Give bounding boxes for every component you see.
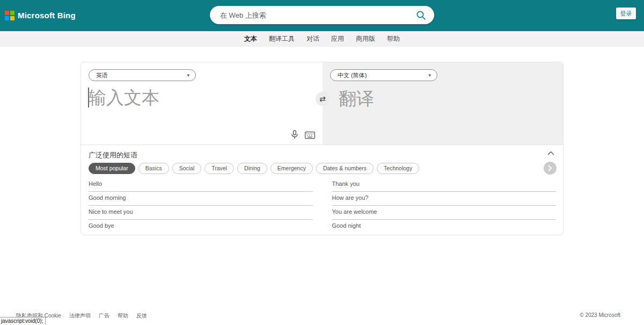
translation-output-placeholder: 翻译 bbox=[339, 87, 374, 111]
category-pill-dining[interactable]: Dining bbox=[237, 163, 267, 174]
web-search-box bbox=[210, 6, 434, 24]
input-tools bbox=[291, 130, 315, 139]
phrasebook-section: 广泛使用的短语 Most popular Basics Social Trave… bbox=[81, 145, 563, 235]
primary-nav: 文本 翻译工具 对话 应用 商用版 帮助 bbox=[0, 31, 644, 47]
phrase-category-row: Most popular Basics Social Travel Dining… bbox=[89, 163, 419, 174]
chevron-down-icon: ▾ bbox=[428, 73, 431, 78]
chevron-up-icon bbox=[547, 151, 554, 155]
phrase-item[interactable]: Good bye bbox=[89, 220, 313, 234]
translation-panels: 英语 ▾ bbox=[81, 62, 563, 145]
footer-bar: 隐私声明和 Cookie 法律声明 广告 帮助 反馈 © 2023 Micros… bbox=[0, 312, 644, 321]
tab-text[interactable]: 文本 bbox=[238, 31, 263, 47]
brand-title[interactable]: Microsoft Bing bbox=[18, 11, 76, 20]
scroll-categories-button[interactable] bbox=[544, 162, 557, 175]
source-text-input[interactable] bbox=[89, 86, 311, 120]
footer-link-legal[interactable]: 法律声明 bbox=[69, 312, 91, 320]
chevron-right-icon bbox=[548, 165, 552, 171]
source-language-dropdown[interactable]: 英语 ▾ bbox=[89, 69, 196, 81]
microphone-icon[interactable] bbox=[291, 130, 298, 139]
browser-status-tooltip: javascript:void(0); bbox=[0, 317, 46, 325]
footer-link-help[interactable]: 帮助 bbox=[118, 312, 128, 320]
category-pill-most-popular[interactable]: Most popular bbox=[89, 163, 135, 174]
logo-square-blue bbox=[5, 16, 9, 20]
footer-link-ads[interactable]: 广告 bbox=[99, 312, 109, 320]
category-pill-dates-numbers[interactable]: Dates & numbers bbox=[316, 163, 374, 174]
collapse-phrasebook-button[interactable] bbox=[547, 151, 554, 155]
category-pill-basics[interactable]: Basics bbox=[138, 163, 169, 174]
source-language-label: 英语 bbox=[96, 71, 108, 80]
phrase-item[interactable]: Good morning bbox=[89, 192, 313, 206]
copyright-text: © 2023 Microsoft bbox=[580, 312, 620, 318]
tab-business[interactable]: 商用版 bbox=[350, 31, 381, 47]
tab-conversation[interactable]: 对话 bbox=[301, 31, 325, 47]
search-icon[interactable] bbox=[416, 10, 426, 20]
microsoft-logo-icon[interactable] bbox=[5, 11, 14, 20]
target-language-label: 中文 (简体) bbox=[338, 71, 367, 80]
header-bar: Microsoft Bing 登录 bbox=[0, 0, 644, 31]
category-pill-travel[interactable]: Travel bbox=[204, 163, 234, 174]
tab-apps[interactable]: 应用 bbox=[325, 31, 350, 47]
phrase-item[interactable]: Hello bbox=[89, 178, 313, 192]
footer-link-feedback[interactable]: 反馈 bbox=[136, 312, 147, 320]
keyboard-icon[interactable] bbox=[305, 132, 315, 139]
logo-square-yellow bbox=[10, 16, 14, 20]
category-pill-emergency[interactable]: Emergency bbox=[270, 163, 313, 174]
logo-square-green bbox=[10, 11, 14, 15]
phrasebook-title: 广泛使用的短语 bbox=[89, 150, 137, 160]
category-pill-technology[interactable]: Technology bbox=[377, 163, 419, 174]
target-language-dropdown[interactable]: 中文 (简体) ▾ bbox=[330, 69, 437, 81]
swap-icon: ⇄ bbox=[319, 95, 326, 103]
sign-in-button[interactable]: 登录 bbox=[616, 8, 636, 19]
swap-languages-button[interactable]: ⇄ bbox=[316, 92, 330, 106]
tab-translation-tools[interactable]: 翻译工具 bbox=[263, 31, 301, 47]
phrase-column-left: Hello Good morning Nice to meet you Good… bbox=[89, 178, 313, 234]
phrase-item[interactable]: Nice to meet you bbox=[89, 206, 313, 220]
translator-card: 英语 ▾ bbox=[80, 62, 564, 235]
phrase-column-right: Thank you How are you? You are welcome G… bbox=[332, 178, 557, 234]
tab-help[interactable]: 帮助 bbox=[381, 31, 406, 47]
phrase-item[interactable]: Good night bbox=[332, 220, 557, 234]
target-panel: 中文 (简体) ▾ 翻译 bbox=[323, 62, 563, 145]
chevron-down-icon: ▾ bbox=[187, 73, 189, 78]
phrase-item[interactable]: You are welcome bbox=[332, 206, 557, 220]
logo-square-red bbox=[5, 11, 9, 15]
search-input[interactable] bbox=[220, 6, 402, 24]
phrase-item[interactable]: How are you? bbox=[332, 192, 557, 206]
source-panel: 英语 ▾ bbox=[81, 62, 323, 145]
phrase-item[interactable]: Thank you bbox=[332, 178, 557, 192]
category-pill-social[interactable]: Social bbox=[172, 163, 202, 174]
phrase-list: Hello Good morning Nice to meet you Good… bbox=[89, 178, 556, 234]
